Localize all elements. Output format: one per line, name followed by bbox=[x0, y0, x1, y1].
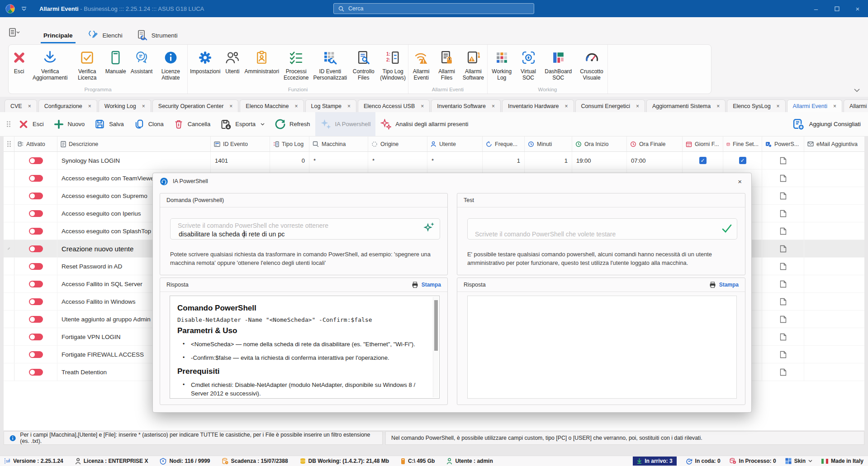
document-tab[interactable]: Log Stampe × bbox=[305, 99, 356, 112]
column-header-descrizione[interactable]: Descrizione bbox=[57, 137, 211, 151]
tab-strumenti[interactable]: Strumenti bbox=[130, 27, 185, 43]
document-tab[interactable]: Allarmi Files × bbox=[844, 99, 868, 112]
search-input[interactable]: Cerca bbox=[333, 3, 534, 14]
stampa-button[interactable]: Stampa bbox=[709, 281, 739, 288]
tab-close-icon[interactable]: × bbox=[492, 103, 495, 109]
checkbox-checked[interactable]: ✓ bbox=[739, 157, 746, 164]
script-doc-icon[interactable] bbox=[780, 245, 787, 253]
tab-close-icon[interactable]: × bbox=[833, 103, 836, 109]
toolbar-esci-button[interactable]: Esci bbox=[14, 115, 49, 133]
ribbon-cruscotto-visuale-button[interactable]: Cruscotto Visuale bbox=[576, 47, 607, 81]
row-toggle[interactable] bbox=[29, 281, 43, 287]
ribbon-utenti-button[interactable]: Utenti bbox=[223, 47, 242, 81]
toolbar-cancella-button[interactable]: Cancella bbox=[169, 115, 216, 133]
script-doc-icon[interactable] bbox=[780, 174, 787, 182]
column-header-frequenza[interactable]: Freque... bbox=[483, 137, 525, 151]
ribbon-licenze-attivate-button[interactable]: Licenze Attivate bbox=[155, 47, 186, 81]
column-header-giorni-feriali[interactable]: Giorni F... bbox=[683, 137, 723, 151]
script-doc-icon[interactable] bbox=[780, 351, 787, 358]
tab-close-icon[interactable]: × bbox=[716, 103, 720, 109]
tab-close-icon[interactable]: × bbox=[229, 103, 232, 109]
ribbon-virtual-soc-button[interactable]: Virtual SOC bbox=[516, 47, 541, 81]
ribbon-allarmi-software-button[interactable]: Allarmi Software bbox=[460, 47, 487, 81]
toolbar-ia-powershell-button[interactable]: IA Powershell bbox=[315, 112, 376, 136]
tab-close-icon[interactable]: × bbox=[421, 103, 424, 109]
ribbon-processi-eccezione-button[interactable]: Processi Eccezione bbox=[281, 47, 311, 81]
row-toggle[interactable] bbox=[29, 157, 43, 164]
column-header-powershell[interactable]: PowerS... bbox=[762, 137, 804, 151]
column-header-id-evento[interactable]: ID Evento bbox=[211, 137, 270, 151]
document-tab[interactable]: Elenco SysLog × bbox=[727, 99, 785, 112]
toolbar-salva-button[interactable]: Salva bbox=[90, 115, 129, 133]
checkbox-checked[interactable]: ✓ bbox=[699, 157, 707, 164]
document-tab[interactable]: Elenco Macchine × bbox=[240, 99, 304, 112]
ribbon-impostazioni-button[interactable]: Impostazioni bbox=[188, 47, 223, 81]
tab-principale[interactable]: Principale bbox=[36, 27, 80, 43]
column-header-minuti[interactable]: Minuti bbox=[525, 137, 572, 151]
quick-access-chevron-icon[interactable] bbox=[21, 7, 27, 11]
document-tab[interactable]: Configurazione × bbox=[38, 99, 97, 112]
toolbar-clona-button[interactable]: Clona bbox=[129, 115, 169, 133]
minimize-icon[interactable]: – bbox=[806, 0, 826, 17]
script-doc-icon[interactable] bbox=[780, 157, 787, 165]
app-menu-icon[interactable] bbox=[9, 28, 20, 37]
tab-elenchi[interactable]: Elenchi bbox=[80, 27, 130, 43]
document-tab[interactable]: Consumi Energetici × bbox=[575, 99, 645, 112]
toolbar-drag-handle[interactable] bbox=[6, 121, 11, 128]
script-doc-icon[interactable] bbox=[780, 227, 787, 235]
maximize-icon[interactable] bbox=[826, 0, 847, 17]
script-doc-icon[interactable] bbox=[780, 210, 787, 217]
script-doc-icon[interactable] bbox=[780, 315, 787, 323]
toolbar-esporta-button[interactable]: Esporta bbox=[215, 115, 270, 134]
tab-close-icon[interactable]: × bbox=[88, 103, 91, 109]
row-toggle[interactable] bbox=[29, 210, 43, 217]
tab-close-icon[interactable]: × bbox=[565, 103, 568, 109]
dialog-close-icon[interactable]: × bbox=[735, 177, 745, 186]
column-header-email[interactable]: eMail Aggiuntiva bbox=[804, 137, 864, 151]
tab-close-icon[interactable]: × bbox=[295, 103, 298, 109]
ribbon-id-eventi-personalizzati-button[interactable]: ID Eventi Personalizzati bbox=[311, 47, 349, 81]
tab-close-icon[interactable]: × bbox=[636, 103, 639, 109]
document-tab[interactable]: Inventario Hardware × bbox=[502, 99, 574, 112]
document-tab[interactable]: Aggiornamenti Sistema × bbox=[646, 99, 726, 112]
document-tab[interactable]: Security Operation Center × bbox=[152, 99, 239, 112]
row-toggle[interactable] bbox=[29, 245, 43, 252]
toolbar-aggiungi-consigliati-button[interactable]: Aggiungi Consigliati bbox=[792, 118, 861, 130]
script-doc-icon[interactable] bbox=[780, 333, 787, 341]
powershell-question-input[interactable]: Scrivete il comando PowerShell che vorre… bbox=[170, 218, 440, 240]
tab-close-icon[interactable]: × bbox=[777, 103, 780, 109]
tab-close-icon[interactable]: × bbox=[28, 103, 31, 109]
ribbon-allarmi-files-button[interactable]: Allarmi Files bbox=[434, 47, 459, 81]
ribbon-assistant-button[interactable]: Assistant bbox=[128, 47, 155, 81]
script-doc-icon[interactable] bbox=[780, 368, 787, 376]
ribbon-esci-button[interactable]: Esci bbox=[9, 47, 29, 81]
column-header-utente[interactable]: Utente bbox=[427, 137, 483, 151]
row-toggle[interactable] bbox=[29, 175, 43, 182]
document-tab[interactable]: CVE × bbox=[5, 99, 37, 112]
ribbon-working-log-button[interactable]: Working Log bbox=[488, 47, 516, 81]
grid-corner-drag-icon[interactable] bbox=[4, 137, 14, 151]
run-test-check-icon[interactable] bbox=[721, 223, 732, 234]
row-toggle[interactable] bbox=[29, 193, 43, 199]
tab-close-icon[interactable]: × bbox=[347, 103, 351, 109]
script-doc-icon[interactable] bbox=[780, 298, 787, 306]
script-doc-icon[interactable] bbox=[780, 192, 787, 200]
column-header-ora-finale[interactable]: Ora Finale bbox=[627, 137, 683, 151]
column-header-tipo-log[interactable]: Tipo Log bbox=[270, 137, 309, 151]
powershell-test-input[interactable]: Scrivete il comando PowerShell che volet… bbox=[467, 218, 737, 240]
row-toggle[interactable] bbox=[29, 334, 43, 340]
document-tab[interactable]: Inventario Software × bbox=[431, 99, 501, 112]
document-tab[interactable]: Working Log × bbox=[99, 99, 151, 112]
ribbon-dashboard-soc-button[interactable]: DashBoard SOC bbox=[541, 47, 576, 81]
script-doc-icon[interactable] bbox=[780, 263, 787, 270]
tab-close-icon[interactable]: × bbox=[142, 103, 145, 109]
document-tab[interactable]: Elenco Accessi USB × bbox=[358, 99, 430, 112]
toolbar-analisi-allarmi-button[interactable]: Analisi degli allarmi presenti bbox=[375, 115, 473, 134]
status-skin-selector[interactable]: Skin bbox=[785, 458, 812, 464]
row-toggle[interactable] bbox=[29, 369, 43, 376]
ribbon-verifica-licenza-button[interactable]: Verifica Licenza bbox=[71, 47, 103, 81]
column-header-attivato[interactable]: Attivato bbox=[14, 137, 57, 151]
ribbon-allarmi-eventi-button[interactable]: Allarmi Eventi bbox=[408, 47, 434, 81]
response-scrollbar[interactable] bbox=[433, 297, 438, 397]
column-header-fine-settimana[interactable]: Fine Set... bbox=[723, 137, 762, 151]
